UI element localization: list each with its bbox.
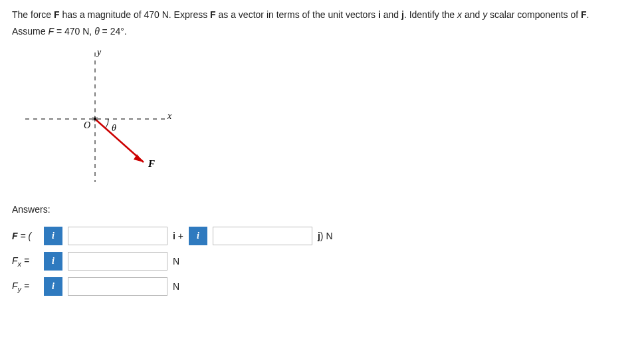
problem-statement: The force F has a magnitude of 470 N. Ex… <box>12 8 632 22</box>
info-button-fi[interactable]: i <box>44 227 62 245</box>
origin-label: O <box>84 120 90 130</box>
answer-row-fx: Fx = i N <box>12 252 632 271</box>
y-axis-label: y <box>96 47 102 57</box>
info-button-fj[interactable]: i <box>189 227 207 245</box>
input-fx[interactable] <box>68 252 167 271</box>
f-vector-prefix: F = ( <box>12 231 39 241</box>
fx-label: Fx = <box>12 255 39 268</box>
f-vector-suffix: j) N <box>318 231 333 241</box>
force-diagram: y x O θ F ✶ <box>12 46 632 192</box>
theta-label: θ <box>112 123 116 133</box>
f-vector-mid: i + <box>173 231 183 241</box>
answer-row-fy: Fy = i N <box>12 277 632 296</box>
force-label: F <box>148 158 155 169</box>
input-fj[interactable] <box>213 227 312 245</box>
input-fi[interactable] <box>68 227 167 245</box>
svg-text:✶: ✶ <box>91 114 99 124</box>
fy-label: Fy = <box>12 281 39 293</box>
x-axis-label: x <box>167 111 172 121</box>
info-button-fy[interactable]: i <box>44 277 62 296</box>
info-button-fx[interactable]: i <box>44 252 62 271</box>
input-fy[interactable] <box>68 277 167 296</box>
fy-unit: N <box>173 281 183 292</box>
answers-heading: Answers: <box>12 204 632 215</box>
assume-text: Assume F = 470 N, θ = 24°. <box>12 26 632 37</box>
answer-row-f-vector: F = ( i i + i j) N <box>12 227 632 245</box>
fx-unit: N <box>173 256 183 267</box>
